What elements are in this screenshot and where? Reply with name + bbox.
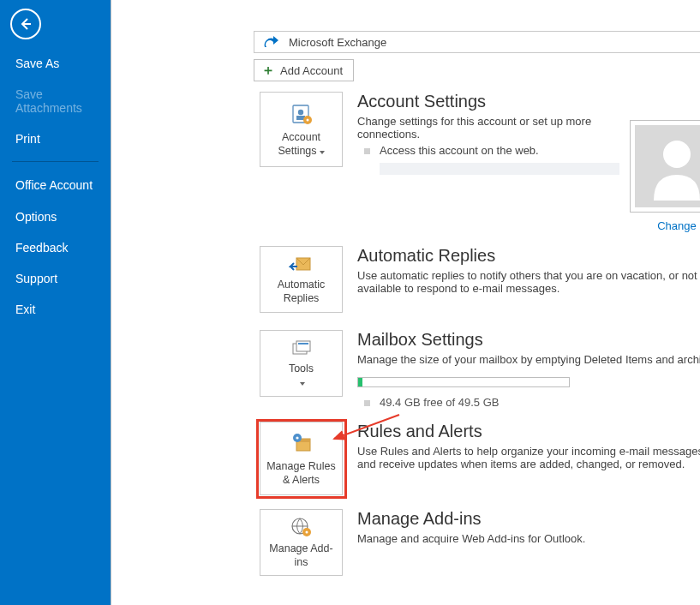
backstage-sidebar: Save As Save Attachments Print Office Ac… bbox=[0, 0, 111, 605]
redacted-account-url bbox=[380, 163, 619, 175]
sidebar-item-feedback[interactable]: Feedback bbox=[0, 232, 111, 263]
mailbox-usage-bar bbox=[357, 377, 570, 387]
change-avatar-link[interactable]: Change bbox=[630, 219, 700, 232]
sidebar-separator bbox=[12, 161, 99, 162]
back-button[interactable] bbox=[10, 9, 41, 39]
account-selector[interactable]: Microsoft Exchange bbox=[254, 31, 700, 53]
sidebar-item-support[interactable]: Support bbox=[0, 263, 111, 294]
section-title-rules: Rules and Alerts bbox=[357, 422, 700, 441]
sidebar-item-save-attachments: Save Attachments bbox=[0, 79, 111, 123]
sidebar-item-options[interactable]: Options bbox=[0, 201, 111, 232]
section-title-addins: Manage Add-ins bbox=[357, 509, 700, 529]
exchange-icon bbox=[254, 32, 289, 52]
automatic-replies-icon bbox=[289, 255, 314, 275]
section-desc-account: Change settings for this account or set … bbox=[357, 115, 621, 141]
section-desc-auto: Use automatic replies to notify others t… bbox=[357, 269, 700, 295]
tile-label: Automatic Replies bbox=[266, 279, 337, 305]
svg-point-4 bbox=[306, 119, 308, 122]
person-placeholder-icon bbox=[647, 132, 700, 201]
account-settings-tile[interactable]: Account Settings bbox=[260, 92, 343, 167]
chevron-down-icon bbox=[320, 151, 325, 154]
sidebar-item-save-as[interactable]: Save As bbox=[0, 48, 111, 79]
chevron-down-icon bbox=[300, 382, 305, 386]
account-web-link[interactable]: Access this account on the web. bbox=[357, 144, 621, 157]
automatic-replies-tile[interactable]: Automatic Replies bbox=[260, 246, 343, 313]
add-account-button[interactable]: ＋ Add Account bbox=[254, 59, 354, 81]
svg-point-17 bbox=[305, 531, 308, 534]
tile-label: Manage Rules & Alerts bbox=[266, 460, 337, 487]
account-settings-icon bbox=[290, 102, 314, 128]
tools-tile[interactable]: Tools bbox=[260, 330, 343, 397]
section-desc-addins: Manage and acquire Web Add-ins for Outlo… bbox=[357, 532, 700, 545]
mailbox-free-text: 49.4 GB free of 49.5 GB bbox=[357, 396, 499, 409]
svg-rect-9 bbox=[298, 343, 308, 344]
addins-icon bbox=[289, 517, 314, 539]
account-selector-label: Microsoft Exchange bbox=[289, 36, 386, 49]
svg-point-1 bbox=[297, 110, 302, 115]
arrow-left-icon bbox=[17, 15, 34, 33]
section-title-account: Account Settings bbox=[357, 92, 621, 111]
svg-point-5 bbox=[663, 141, 691, 168]
tile-label: Account Settings bbox=[266, 131, 337, 158]
section-desc-mailbox: Manage the size of your mailbox by empty… bbox=[357, 353, 700, 366]
tile-label: Manage Add-ins bbox=[266, 542, 337, 569]
sidebar-item-office-account[interactable]: Office Account bbox=[0, 169, 111, 201]
sidebar-item-print[interactable]: Print bbox=[0, 123, 111, 154]
section-title-auto: Automatic Replies bbox=[357, 246, 700, 266]
sidebar-item-exit[interactable]: Exit bbox=[0, 294, 111, 325]
section-desc-rules: Use Rules and Alerts to help organize yo… bbox=[357, 445, 700, 470]
rules-alerts-icon bbox=[289, 431, 314, 457]
tile-label: Tools bbox=[289, 362, 314, 389]
manage-addins-tile[interactable]: Manage Add-ins bbox=[260, 509, 343, 576]
add-account-label: Add Account bbox=[280, 64, 343, 77]
svg-rect-8 bbox=[296, 341, 310, 351]
tools-icon bbox=[289, 338, 314, 359]
avatar bbox=[630, 120, 700, 213]
section-title-mailbox: Mailbox Settings bbox=[357, 330, 700, 350]
manage-rules-alerts-tile[interactable]: Manage Rules & Alerts bbox=[260, 422, 343, 495]
plus-icon: ＋ bbox=[261, 62, 275, 80]
svg-point-13 bbox=[296, 437, 298, 440]
main-content: Microsoft Exchange ＋ Add Account A bbox=[111, 0, 700, 605]
